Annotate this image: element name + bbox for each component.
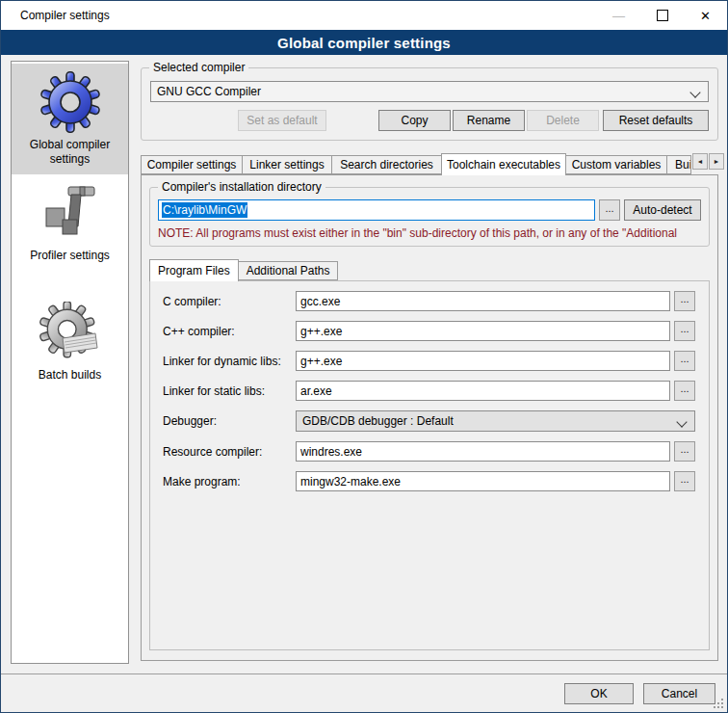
compiler-settings-dialog: Compiler settings — ✕ Global compiler se… bbox=[0, 0, 728, 713]
resource-compiler-browse-button[interactable]: ... bbox=[674, 441, 695, 462]
sidebar-item-global-compiler-settings[interactable]: Global compiler settings bbox=[12, 64, 128, 174]
compiler-actions: Set as defaultCopyRenameDeleteReset defa… bbox=[150, 110, 709, 131]
linker-for-dynamic-libs-label: Linker for dynamic libs: bbox=[163, 355, 296, 368]
page-title: Global compiler settings bbox=[1, 30, 727, 55]
tab-custom-variables[interactable]: Custom variables bbox=[565, 155, 667, 174]
linker-for-static-libs-input[interactable] bbox=[296, 381, 670, 401]
window-title: Compiler settings bbox=[1, 9, 110, 22]
program-files-page: C compiler:...C++ compiler:...Linker for… bbox=[149, 280, 710, 650]
installation-directory-note: NOTE: All programs must exist either in … bbox=[158, 226, 701, 240]
reset-defaults-button[interactable]: Reset defaults bbox=[603, 110, 709, 131]
installation-directory-browse-button[interactable]: ... bbox=[599, 199, 620, 221]
sidebar-item-label: Profiler settings bbox=[30, 249, 110, 263]
tab-scroll-left-icon[interactable]: ◄ bbox=[692, 153, 708, 170]
window-controls: — ✕ bbox=[597, 1, 727, 30]
installation-directory-group-label: Compiler's installation directory bbox=[158, 180, 325, 194]
linker-for-dynamic-libs-row: Linker for dynamic libs:... bbox=[163, 351, 695, 371]
make-program-row: Make program:... bbox=[163, 471, 695, 491]
maximize-icon[interactable] bbox=[640, 1, 684, 30]
toolchain-executables-panel: Compiler's installation directory C:\ray… bbox=[141, 174, 718, 661]
gear-paper-stack-icon bbox=[39, 302, 101, 363]
program-files-notebook: Program FilesAdditional Paths C compiler… bbox=[149, 258, 710, 650]
tab-search-directories[interactable]: Search directories bbox=[331, 155, 442, 174]
settings-content: Selected compiler GNU GCC Compiler Set a… bbox=[141, 61, 718, 661]
tab-build-options[interactable]: Build options bbox=[666, 155, 691, 174]
make-program-input[interactable] bbox=[296, 471, 670, 491]
program-files-tabstrip: Program FilesAdditional Paths bbox=[149, 258, 710, 280]
tab-compiler-settings[interactable]: Compiler settings bbox=[141, 155, 243, 174]
linker-for-static-libs-row: Linker for static libs:... bbox=[163, 381, 695, 401]
make-program-label: Make program: bbox=[163, 475, 296, 489]
resource-compiler-row: Resource compiler:... bbox=[163, 441, 695, 462]
linker-for-dynamic-libs-input[interactable] bbox=[296, 351, 670, 371]
minimize-icon: — bbox=[597, 1, 640, 30]
debugger-label: Debugger: bbox=[163, 414, 296, 428]
debugger-row: Debugger:GDB/CDB debugger : Default bbox=[163, 410, 695, 432]
settings-tabstrip: Compiler settingsLinker settingsSearch d… bbox=[141, 152, 727, 174]
blue-gear-icon bbox=[39, 71, 101, 133]
cpp-compiler-browse-button[interactable]: ... bbox=[674, 321, 695, 341]
selected-compiler-group: Selected compiler GNU GCC Compiler Set a… bbox=[141, 67, 718, 141]
tab-program-files[interactable]: Program Files bbox=[149, 259, 239, 281]
resize-grip[interactable] bbox=[721, 706, 723, 708]
debugger-select[interactable]: GDB/CDB debugger : Default bbox=[296, 410, 695, 432]
delete-button: Delete bbox=[527, 110, 599, 131]
resource-compiler-input[interactable] bbox=[296, 441, 670, 462]
sidebar-item-label: Batch builds bbox=[39, 368, 101, 383]
ok-button[interactable]: OK bbox=[564, 683, 634, 704]
copy-button[interactable]: Copy bbox=[378, 110, 451, 131]
selected-compiler-value: GNU GCC Compiler bbox=[157, 85, 261, 98]
tab-scroll-right-icon[interactable]: ► bbox=[709, 153, 724, 170]
cpp-compiler-label: C++ compiler: bbox=[163, 325, 296, 338]
sidebar-item-label: Global compiler settings bbox=[13, 138, 126, 167]
close-icon[interactable]: ✕ bbox=[684, 1, 727, 30]
cancel-button[interactable]: Cancel bbox=[643, 683, 715, 704]
chevron-down-icon bbox=[689, 87, 700, 97]
debugger-value: GDB/CDB debugger : Default bbox=[302, 414, 454, 428]
resource-compiler-label: Resource compiler: bbox=[163, 445, 296, 459]
c-compiler-label: C compiler: bbox=[163, 295, 296, 308]
rename-button[interactable]: Rename bbox=[453, 110, 525, 131]
c-compiler-input[interactable] bbox=[296, 291, 670, 311]
selected-compiler-group-label: Selected compiler bbox=[149, 61, 248, 74]
cpp-compiler-input[interactable] bbox=[296, 321, 670, 341]
caliper-tool-icon bbox=[39, 182, 101, 244]
dialog-body: Global compiler settings Profiler settin… bbox=[1, 55, 727, 673]
linker-for-static-libs-browse-button[interactable]: ... bbox=[674, 381, 695, 401]
make-program-browse-button[interactable]: ... bbox=[674, 471, 695, 491]
linker-for-dynamic-libs-browse-button[interactable]: ... bbox=[674, 351, 695, 371]
installation-directory-input[interactable]: C:\raylib\MinGW bbox=[158, 199, 595, 221]
titlebar: Compiler settings — ✕ bbox=[1, 1, 727, 30]
set-as-default-button: Set as default bbox=[238, 110, 326, 131]
installation-directory-value: C:\raylib\MinGW bbox=[162, 202, 247, 218]
installation-directory-group: Compiler's installation directory C:\ray… bbox=[149, 187, 710, 247]
sidebar-item-profiler-settings[interactable]: Profiler settings bbox=[12, 174, 128, 271]
tab-toolchain-executables[interactable]: Toolchain executables bbox=[441, 153, 566, 175]
selected-compiler-select[interactable]: GNU GCC Compiler bbox=[150, 81, 709, 102]
auto-detect-button[interactable]: Auto-detect bbox=[624, 199, 701, 221]
tab-additional-paths[interactable]: Additional Paths bbox=[238, 261, 339, 280]
linker-for-static-libs-label: Linker for static libs: bbox=[163, 384, 296, 398]
tab-linker-settings[interactable]: Linker settings bbox=[242, 155, 332, 174]
sidebar-item-batch-builds[interactable]: Batch builds bbox=[12, 294, 128, 390]
c-compiler-row: C compiler:... bbox=[163, 291, 695, 311]
cpp-compiler-row: C++ compiler:... bbox=[163, 321, 695, 341]
c-compiler-browse-button[interactable]: ... bbox=[674, 291, 695, 311]
chevron-down-icon bbox=[676, 416, 687, 427]
settings-category-list: Global compiler settings Profiler settin… bbox=[11, 61, 129, 664]
dialog-footer: OK Cancel bbox=[1, 673, 727, 712]
